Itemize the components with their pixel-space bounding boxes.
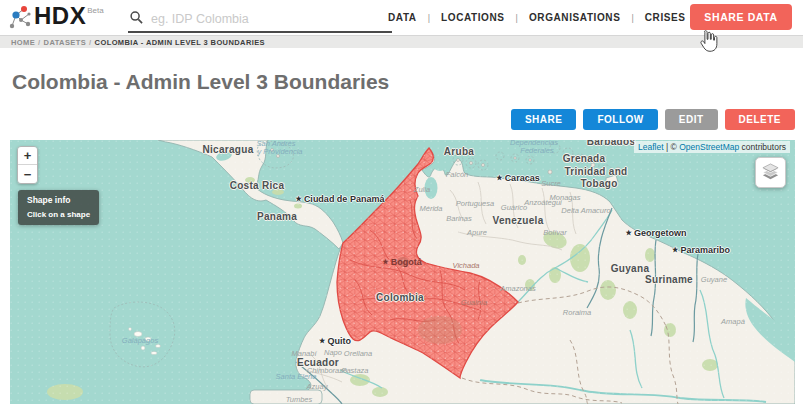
nav-item-organisations[interactable]: ORGANISATIONS (529, 12, 621, 23)
search-input[interactable] (151, 12, 351, 26)
nav-separator: | (631, 13, 633, 23)
shape-info-box: Shape info Click on a shape (18, 190, 99, 225)
search-bar (128, 6, 392, 33)
main-nav: DATA | LOCATIONS | ORGANISATIONS | CRISE… (388, 0, 696, 35)
map-attribution: Leaflet | © OpenStreetMap contributors (634, 141, 790, 153)
breadcrumb-current: COLOMBIA - ADMIN LEVEL 3 BOUNDARIES (95, 38, 265, 47)
breadcrumb-separator: / (89, 38, 91, 47)
layers-control[interactable] (755, 157, 786, 188)
logo-beta-tag: Beta (87, 6, 103, 15)
hdx-molecule-icon (8, 5, 32, 31)
layers-icon (761, 163, 780, 182)
shape-info-hint: Click on a shape (27, 210, 90, 219)
zoom-out-button[interactable]: − (18, 165, 37, 183)
search-icon (130, 11, 143, 24)
top-header: HDX Beta DATA | LOCATIONS | ORGANISATION… (0, 0, 803, 35)
leaflet-map[interactable]: NicaraguaCosta RicaPanamaVenezuelaGuyana… (10, 140, 795, 404)
logo-text: HDX (34, 2, 86, 30)
nav-item-crises[interactable]: CRISES▼ (645, 12, 696, 23)
breadcrumb-home[interactable]: HOME (11, 38, 35, 47)
zoom-in-button[interactable]: + (18, 147, 37, 165)
basemap (10, 140, 795, 404)
zoom-control: + − (17, 146, 38, 184)
openstreetmap-link[interactable]: OpenStreetMap (679, 142, 739, 152)
attribution-suffix: contributors (742, 142, 786, 152)
edit-button[interactable]: EDIT (665, 109, 718, 130)
breadcrumb-separator: / (38, 38, 40, 47)
nav-separator: | (516, 13, 518, 23)
attribution-separator: | (666, 142, 668, 152)
page-title: Colombia - Admin Level 3 Boundaries (12, 70, 389, 94)
breadcrumb: HOME / DATASETS / COLOMBIA - ADMIN LEVEL… (0, 35, 803, 48)
delete-button[interactable]: DELETE (725, 109, 795, 130)
nav-separator: | (428, 13, 430, 23)
nav-item-data[interactable]: DATA (388, 12, 417, 23)
hdx-dataset-page: HDX Beta DATA | LOCATIONS | ORGANISATION… (0, 0, 803, 414)
share-button[interactable]: SHARE (511, 109, 577, 130)
follow-button[interactable]: FOLLOW (583, 109, 657, 130)
breadcrumb-datasets[interactable]: DATASETS (44, 38, 87, 47)
shape-info-title: Shape info (27, 195, 90, 205)
nav-item-locations[interactable]: LOCATIONS (441, 12, 505, 23)
leaflet-link[interactable]: Leaflet (638, 142, 664, 152)
dataset-actions: SHARE FOLLOW EDIT DELETE (0, 109, 795, 130)
copyright-symbol: © (671, 142, 677, 152)
share-data-button[interactable]: SHARE DATA (690, 4, 792, 30)
hdx-logo[interactable]: HDX Beta (8, 2, 104, 31)
